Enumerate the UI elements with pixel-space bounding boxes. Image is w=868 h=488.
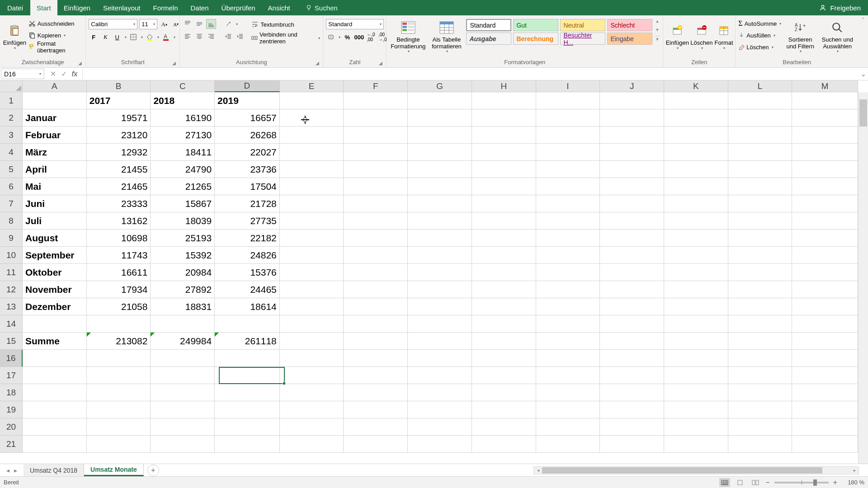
cell[interactable] — [87, 384, 151, 401]
cell[interactable] — [792, 195, 858, 212]
cell[interactable] — [408, 264, 472, 281]
cell[interactable] — [728, 298, 793, 315]
cell[interactable] — [280, 230, 344, 247]
cell[interactable] — [792, 144, 858, 161]
row-header-15[interactable]: 15 — [0, 333, 23, 350]
orientation-button[interactable] — [223, 19, 233, 29]
cell[interactable] — [408, 315, 472, 333]
cell[interactable] — [728, 178, 793, 195]
cell[interactable] — [472, 436, 536, 453]
cell[interactable]: 2019 — [215, 92, 280, 109]
cell[interactable]: 213082 — [87, 333, 151, 350]
cell[interactable] — [792, 315, 858, 333]
name-box[interactable]: D16▾ — [1, 69, 44, 79]
cell[interactable]: 13162 — [87, 212, 151, 230]
number-format-combo[interactable]: Standard▾ — [326, 19, 384, 29]
cell[interactable] — [600, 384, 664, 401]
cell[interactable] — [664, 161, 728, 178]
cell[interactable] — [536, 350, 600, 367]
cell[interactable] — [600, 333, 664, 350]
cell[interactable] — [280, 298, 344, 315]
cell[interactable]: 16611 — [87, 264, 151, 281]
cell[interactable] — [472, 264, 536, 281]
cell[interactable] — [792, 401, 858, 418]
cell[interactable]: 22182 — [215, 230, 280, 247]
cell[interactable] — [344, 367, 408, 384]
share-button[interactable]: Freigeben — [830, 4, 861, 12]
column-header-A[interactable]: A — [23, 80, 87, 92]
vertical-scrollbar[interactable] — [858, 92, 868, 464]
cell[interactable] — [664, 144, 728, 161]
cell[interactable] — [472, 298, 536, 315]
cell[interactable] — [472, 384, 536, 401]
cell[interactable] — [23, 436, 87, 453]
cell[interactable] — [664, 315, 728, 333]
cell[interactable]: 25193 — [151, 230, 215, 247]
cell[interactable]: 22027 — [215, 144, 280, 161]
cell[interactable] — [728, 418, 793, 436]
cell[interactable] — [728, 144, 793, 161]
cell[interactable] — [600, 195, 664, 212]
sheet-tab-0[interactable]: Umsatz Q4 2018 — [24, 464, 84, 476]
cell[interactable]: 249984 — [151, 333, 215, 350]
tab-ansicht[interactable]: Ansicht — [262, 0, 297, 15]
cell[interactable] — [664, 92, 728, 109]
select-all-corner[interactable] — [0, 80, 23, 92]
cell[interactable] — [280, 144, 344, 161]
cell[interactable] — [215, 367, 280, 384]
cellstyle-standard[interactable]: Standard — [466, 19, 511, 31]
cell[interactable] — [87, 418, 151, 436]
align-bottom-button[interactable] — [206, 19, 216, 29]
cell[interactable] — [215, 418, 280, 436]
cell[interactable]: 18039 — [151, 212, 215, 230]
dialog-launcher-icon[interactable]: ◢ — [379, 61, 382, 66]
insert-cells-button[interactable]: Einfügen▾ — [666, 17, 689, 55]
column-header-G[interactable]: G — [408, 80, 472, 92]
cell[interactable] — [151, 384, 215, 401]
cell[interactable]: 12932 — [87, 144, 151, 161]
cell[interactable] — [408, 178, 472, 195]
row-header-4[interactable]: 4 — [0, 144, 23, 161]
cell[interactable] — [23, 384, 87, 401]
cell[interactable]: 21455 — [87, 161, 151, 178]
cell[interactable] — [23, 367, 87, 384]
cell[interactable] — [600, 144, 664, 161]
cut-button[interactable]: Ausschneiden — [28, 18, 83, 29]
cell[interactable] — [280, 247, 344, 264]
cell[interactable] — [280, 161, 344, 178]
cell[interactable] — [344, 281, 408, 298]
cell[interactable] — [664, 264, 728, 281]
cell[interactable] — [151, 350, 215, 367]
cell[interactable] — [344, 384, 408, 401]
cell[interactable]: Oktober — [23, 264, 87, 281]
cell[interactable] — [664, 212, 728, 230]
cell[interactable] — [664, 127, 728, 144]
cell[interactable]: November — [23, 281, 87, 298]
dialog-launcher-icon[interactable]: ◢ — [172, 61, 176, 66]
cell[interactable]: Januar — [23, 109, 87, 127]
merge-center-button[interactable]: Verbinden und zentrieren▾ — [251, 33, 320, 43]
cell[interactable] — [344, 161, 408, 178]
cell[interactable] — [536, 281, 600, 298]
cell[interactable]: 19571 — [87, 109, 151, 127]
cell[interactable] — [472, 333, 536, 350]
row-header-5[interactable]: 5 — [0, 161, 23, 178]
cell[interactable] — [536, 161, 600, 178]
cell[interactable] — [151, 367, 215, 384]
column-header-E[interactable]: E — [280, 80, 344, 92]
cell[interactable] — [344, 92, 408, 109]
add-sheet-button[interactable]: + — [147, 465, 159, 476]
row-header-2[interactable]: 2 — [0, 109, 23, 127]
sheet-nav-next[interactable]: ▸ — [14, 467, 17, 474]
row-header-3[interactable]: 3 — [0, 127, 23, 144]
cell[interactable] — [792, 418, 858, 436]
normal-view-button[interactable] — [719, 478, 730, 487]
collapse-ribbon-icon[interactable]: ˄ — [862, 17, 864, 23]
row-header-7[interactable]: 7 — [0, 195, 23, 212]
row-header-21[interactable]: 21 — [0, 436, 23, 453]
cell[interactable] — [472, 127, 536, 144]
cell[interactable] — [664, 401, 728, 418]
cell[interactable] — [728, 401, 793, 418]
cell[interactable] — [472, 109, 536, 127]
cell[interactable] — [664, 281, 728, 298]
